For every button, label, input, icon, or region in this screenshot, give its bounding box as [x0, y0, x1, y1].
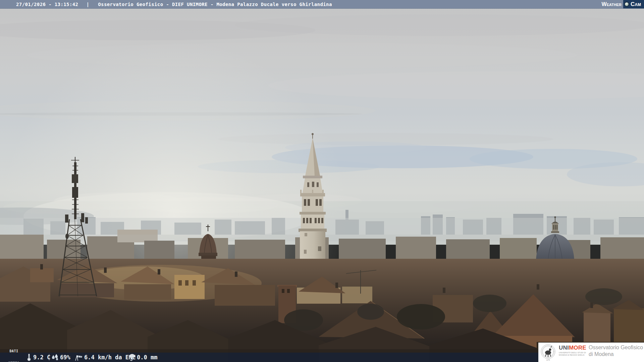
- weathercam-weather-label: Weather: [602, 0, 624, 8]
- umbrella-icon: [128, 354, 136, 361]
- unimore-uni-text: UNI: [559, 345, 569, 351]
- field-separator: [49, 354, 49, 361]
- wind-value: 6.4 km/h da ENE: [84, 354, 136, 361]
- unimore-seal-logo: 1175: [540, 343, 556, 361]
- university-subtitle: UNIVERSITÀ DEGLI STUDI DI MODENA E REGGI…: [559, 352, 588, 357]
- title-separator: |: [86, 2, 89, 7]
- unimore-more-text: MORE: [569, 345, 586, 351]
- weathercam-cam-label: Cam: [631, 1, 641, 8]
- webcam-frame: 27/01/2026 - 13:15:42 | Osservatorio Geo…: [0, 0, 644, 362]
- weathercam-logo: Weather Cam: [602, 0, 644, 8]
- unimore-branding: 1175 UNIMORE UNIVERSITÀ DEGLI STUDI DI M…: [538, 343, 644, 362]
- timestamp: 27/01/2026 - 13:15:42: [16, 2, 78, 7]
- seal-year: 1175: [546, 359, 550, 361]
- rain-value: 0.0 mm: [137, 354, 157, 361]
- top-status-bar: 27/01/2026 - 13:15:42 | Osservatorio Geo…: [0, 0, 644, 9]
- humidity-icon: [51, 354, 59, 361]
- weathercam-dot-icon: [624, 2, 629, 7]
- windsock-icon: [74, 354, 83, 361]
- camera-title: Osservatorio Geofisico - DIEF UNIMORE - …: [98, 2, 332, 7]
- thermometer-icon: [27, 354, 31, 361]
- webcam-photo-cityscape: [0, 0, 644, 362]
- weathercam-cam-block: Cam: [623, 0, 644, 8]
- humidity-value: 69%: [60, 354, 70, 361]
- observatory-name: Osservatorio Geofisico di Modena: [589, 344, 643, 358]
- unimore-wordmark: UNIMORE UNIVERSITÀ DEGLI STUDI DI MODENA…: [559, 345, 588, 357]
- dati-meteo-label: DATI METEO: [7, 341, 20, 362]
- temperature-value: 9.2 C: [33, 354, 50, 361]
